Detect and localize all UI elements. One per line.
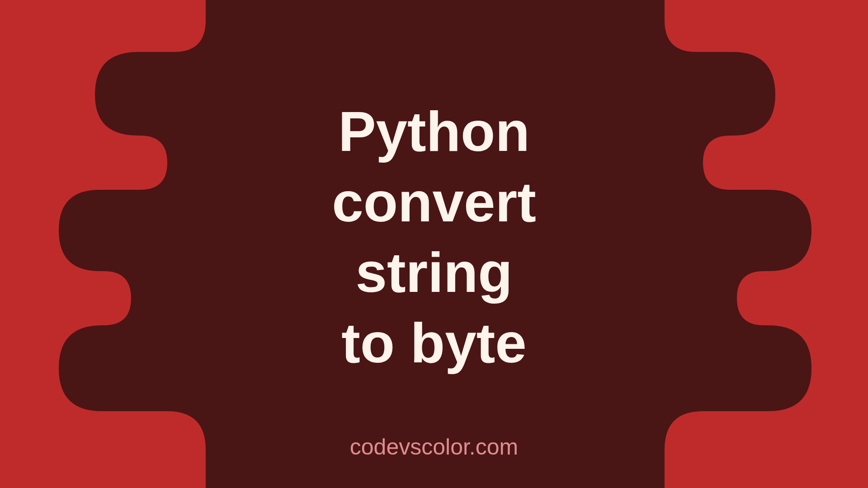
banner-title: Python convert string to byte xyxy=(332,96,536,379)
title-line-1: Python xyxy=(332,96,536,167)
title-line-2: convert xyxy=(332,167,536,237)
footer-credit: codevscolor.com xyxy=(0,434,868,460)
title-line-4: to byte xyxy=(332,308,536,378)
banner-container: Python convert string to byte codevscolo… xyxy=(0,0,868,488)
title-line-3: string xyxy=(332,237,536,308)
title-wrapper: Python convert string to byte xyxy=(0,0,868,488)
